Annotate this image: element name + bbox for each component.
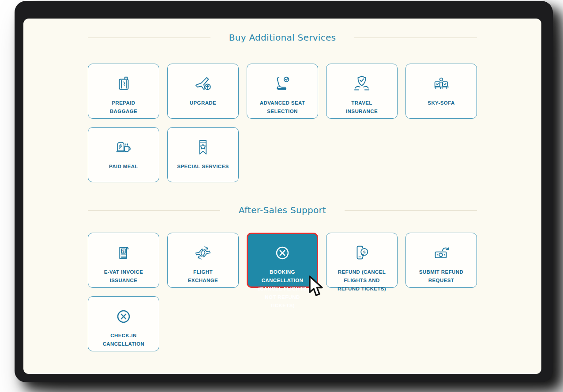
page-background: Buy Additional Services PREPAID BAGGAGE … (0, 0, 563, 392)
service-card-label: TRAVEL INSURANCE (346, 99, 378, 116)
shield-hands-icon (351, 74, 373, 94)
service-card-label: E-VAT INVOICE ISSUANCE (104, 268, 143, 285)
divider-line (88, 38, 210, 38)
service-card-upgrade[interactable]: UPGRADE (167, 64, 239, 119)
section-header: After-Sales Support (88, 204, 477, 216)
window-frame: Buy Additional Services PREPAID BAGGAGE … (15, 1, 553, 382)
service-card-label: SKY-SOFA (428, 99, 454, 107)
service-card-label: ADVANCED SEAT SELECTION (260, 99, 305, 116)
service-card-prepaid-baggage[interactable]: PREPAID BAGGAGE (88, 64, 159, 119)
service-card-label: UPGRADE (190, 99, 216, 107)
service-card-advanced-seat-selection[interactable]: ADVANCED SEAT SELECTION (247, 64, 318, 119)
divider-line (345, 210, 477, 211)
service-card-label: PREPAID BAGGAGE (110, 99, 137, 116)
service-card-sky-sofa[interactable]: SKY-SOFA (405, 64, 477, 119)
upgrade-plane-icon (192, 74, 214, 94)
exchange-planes-icon (192, 243, 214, 263)
service-card-label: FLIGHT EXCHANGE (188, 268, 218, 285)
service-card-label: SPECIAL SERVICES (177, 162, 229, 171)
service-card-grid: E-VAT INVOICE ISSUANCE FLIGHT EXCHANGE B… (88, 233, 477, 351)
section-title: Buy Additional Services (229, 32, 336, 43)
service-card-submit-refund-request[interactable]: SUBMIT REFUND REQUEST (405, 233, 477, 288)
cancel-circle-icon (271, 243, 293, 263)
service-card-label: PAID MEAL (109, 162, 138, 171)
service-card-special-services[interactable]: SPECIAL SERVICES (167, 127, 239, 182)
service-card-label: BOOKING CANCELLATION (CANCEL FLIGHTS NOT… (258, 268, 307, 310)
service-card-check-in-cancellation[interactable]: CHECK-IN CANCELLATION (88, 296, 159, 351)
baggage-icon (113, 74, 135, 94)
service-card-flight-exchange[interactable]: FLIGHT EXCHANGE (167, 233, 239, 288)
section-buy-additional-services: Buy Additional Services PREPAID BAGGAGE … (88, 32, 477, 182)
phone-refund-icon (351, 243, 373, 263)
service-card-refund-cancel-flights-and-refund-tickets[interactable]: REFUND (CANCEL FLIGHTS AND REFUND TICKET… (326, 233, 398, 288)
service-card-evat-invoice-issuance[interactable]: E-VAT INVOICE ISSUANCE (88, 233, 159, 288)
sky-sofa-icon (430, 74, 452, 94)
banknote-return-icon (430, 243, 452, 263)
service-card-travel-insurance[interactable]: TRAVEL INSURANCE (326, 64, 398, 119)
app-content: Buy Additional Services PREPAID BAGGAGE … (23, 19, 541, 374)
service-card-booking-cancellation[interactable]: BOOKING CANCELLATION (CANCEL FLIGHTS NOT… (247, 233, 318, 288)
seat-check-icon (271, 74, 293, 94)
service-card-label: CHECK-IN CANCELLATION (103, 332, 145, 348)
service-card-label: SUBMIT REFUND REQUEST (419, 268, 463, 285)
service-card-paid-meal[interactable]: PAID MEAL (88, 127, 159, 182)
divider-line (354, 38, 477, 38)
cancel-circle-icon (113, 306, 135, 327)
section-title: After-Sales Support (239, 205, 326, 215)
section-after-sales-support: After-Sales Support E-VAT INVOICE ISSUAN… (88, 204, 477, 351)
service-card-label: REFUND (CANCEL FLIGHTS AND REFUND TICKET… (338, 268, 386, 293)
invoice-dollar-icon (113, 243, 135, 263)
ribbon-star-icon (192, 137, 214, 158)
section-header: Buy Additional Services (88, 32, 477, 43)
divider-line (88, 210, 220, 211)
meal-icon (113, 137, 135, 158)
service-card-grid: PREPAID BAGGAGE UPGRADE ADVANCED SEAT SE… (88, 64, 477, 182)
